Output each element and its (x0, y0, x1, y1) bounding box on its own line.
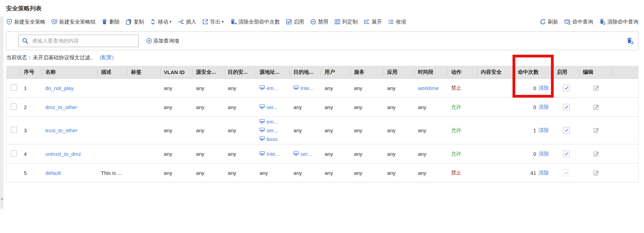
host-monitor-icon (293, 150, 300, 158)
host-link[interactable]: ser... (300, 150, 312, 158)
expand-button[interactable]: 展开 (364, 19, 382, 25)
hit-count: 0 (533, 104, 536, 110)
time-range-link[interactable]: worktime (418, 85, 439, 91)
edit-pencil-icon (593, 170, 599, 176)
cell-edit (579, 170, 613, 176)
toolbar-item-label: 删除 (109, 19, 120, 25)
col-header-label: 序号 (24, 69, 34, 75)
copy-button[interactable]: 复制 (126, 19, 144, 25)
host-entry: Inte... (260, 150, 290, 158)
cell-text: any (418, 170, 426, 176)
policy-name-link[interactable]: untrust_to_dmz (45, 151, 81, 157)
cell-name: dmz_to_other (42, 104, 98, 110)
new-policy-group-button[interactable]: 新建安全策略组 (51, 19, 96, 25)
clear-hits-link[interactable]: 清除 (538, 85, 549, 91)
host-link[interactable]: Inte... (300, 84, 314, 92)
clear-query-button[interactable] (627, 37, 634, 44)
host-link[interactable]: Inte... (266, 150, 280, 158)
cell-service: any (351, 170, 384, 176)
cell-select (7, 104, 20, 111)
row-select-checkbox[interactable] (11, 104, 17, 110)
cell-src_zone: any (192, 104, 224, 110)
panel-collapse-handle[interactable] (1, 197, 3, 201)
cell-edit (579, 127, 613, 134)
cell-select (7, 84, 20, 92)
col-header-label: 标签 (131, 69, 142, 75)
policy-name-link[interactable]: trust_to_other (45, 127, 78, 133)
clear-hits-link[interactable]: 清除 (538, 127, 549, 134)
status-label: 当前状态： (6, 54, 32, 61)
cell-dst_addr: Inte... (290, 83, 321, 93)
cell-text: any (387, 127, 396, 133)
action-label: 禁止 (451, 85, 462, 91)
new-policy-button[interactable]: 新建安全策略 (6, 19, 45, 25)
clear-all-hit-counts-button[interactable]: 清除全部命中次数 (230, 19, 280, 25)
policy-name-link[interactable]: default (45, 170, 61, 176)
disable-button[interactable]: 禁用 (310, 19, 328, 25)
toolbar-item-label: 新建安全策略组 (59, 19, 96, 25)
edit-button[interactable] (593, 151, 599, 157)
action-label: 允许 (451, 151, 462, 156)
cell-text: any (164, 127, 172, 133)
host-entry: Inte... (293, 84, 321, 92)
enabled-checkbox[interactable] (563, 104, 570, 110)
collapse-button[interactable]: 收缩 (388, 19, 406, 25)
cell-hits: 0清除 (514, 104, 553, 110)
enable-button[interactable]: 启用 (286, 19, 304, 25)
action-label: 允许 (451, 104, 462, 110)
clear-hit-query-button[interactable]: 清除命中查询 (599, 19, 638, 25)
clear-hits-link[interactable]: 清除 (538, 170, 549, 176)
config-link[interactable]: [配置] (100, 54, 114, 61)
cell-text: any (196, 85, 204, 91)
cell-dst_zone: any (224, 151, 256, 157)
copy-icon (126, 19, 132, 25)
host-link[interactable]: em... (266, 84, 278, 92)
hit-query-button[interactable]: 命中查询 (564, 19, 593, 25)
policy-name-link[interactable]: dmz_to_other (45, 104, 77, 110)
host-link[interactable]: ser... (266, 126, 278, 135)
cell-text: any (228, 151, 236, 157)
policy-name-link[interactable]: do_not_play (45, 85, 74, 91)
cell-src_addr: ser... (256, 102, 290, 112)
edit-button[interactable] (593, 85, 599, 91)
refresh-button[interactable]: 刷新 (540, 19, 558, 25)
export-button[interactable]: 导出 ▼ (202, 19, 224, 25)
move-button[interactable]: 移动 ▼ (150, 19, 172, 25)
cell-select (7, 150, 20, 158)
cell-seq: 5 (20, 170, 42, 176)
toolbar-item-label: 列定制 (342, 19, 358, 25)
add-query-button[interactable]: 添加查询项 (146, 38, 179, 44)
row-select-checkbox[interactable] (11, 84, 17, 91)
enabled-checkbox[interactable] (563, 127, 570, 134)
clear-hits-link[interactable]: 清除 (538, 104, 549, 110)
row-seq: 5 (24, 170, 27, 176)
column-customize-button[interactable]: 列定制 (334, 19, 358, 25)
cell-text: any (293, 127, 302, 133)
cell-src_addr: em... (256, 83, 290, 93)
policy-table: 序号名称描述标签VLAN ID源安全...目的安...源地址...目的地...用… (6, 66, 638, 182)
delete-button[interactable]: 删除 (101, 19, 120, 25)
host-monitor-icon (260, 117, 266, 126)
search-input[interactable] (31, 38, 130, 44)
toolbar-right-group: 刷新 命中查询 清除命中查询 (534, 19, 638, 25)
row-select-checkbox[interactable] (11, 127, 17, 133)
edit-button[interactable] (593, 170, 599, 176)
cell-text: any (196, 127, 204, 133)
col-header-app: 应用 (384, 66, 415, 78)
col-header-label: 编辑 (583, 69, 593, 75)
edit-button[interactable] (593, 127, 599, 134)
toolbar-item-label: 插入 (186, 19, 196, 25)
clear-hits-link[interactable]: 清除 (538, 151, 549, 157)
host-link[interactable]: em... (266, 117, 278, 126)
hit-count: 41 (530, 170, 536, 176)
cell-text: This is ... (101, 170, 122, 176)
host-link[interactable]: boss (266, 135, 278, 143)
col-header-label: 源安全... (196, 69, 216, 75)
insert-button[interactable]: 插入 (178, 19, 196, 25)
row-select-checkbox[interactable] (11, 150, 17, 156)
host-link[interactable]: ser... (266, 103, 278, 111)
edit-button[interactable] (593, 104, 599, 110)
enabled-checkbox[interactable] (563, 85, 570, 91)
enabled-checkbox[interactable] (563, 151, 570, 157)
cell-name: trust_to_other (42, 127, 98, 133)
